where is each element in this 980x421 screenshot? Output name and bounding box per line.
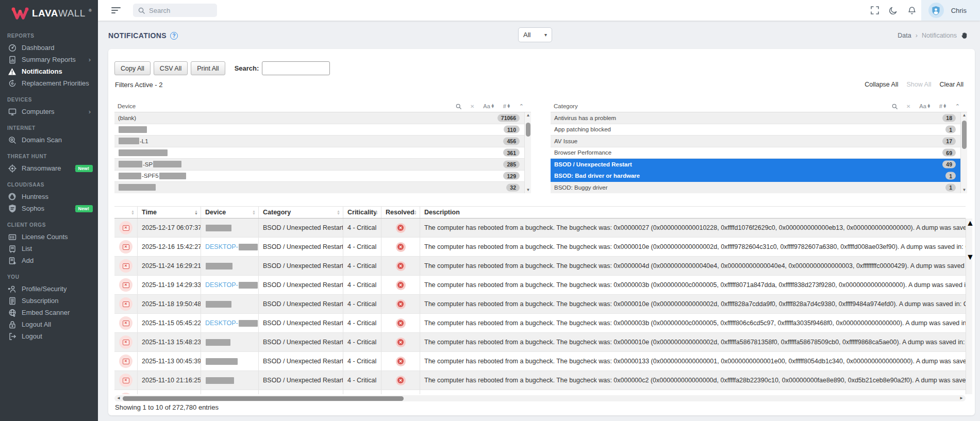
profile-icon — [8, 284, 16, 293]
panel-sort-count-icon[interactable]: #▲▼ — [503, 103, 510, 109]
filter-option[interactable]: BSOD: Bad driver or hardware1 — [551, 171, 960, 182]
expand-row-icon[interactable]: ✕ — [119, 355, 132, 368]
panel-clear-icon[interactable]: ✕ — [470, 104, 474, 109]
device-link[interactable]: DESKTOP- — [205, 243, 238, 250]
filter-option[interactable]: Antivirus has a problem18 — [551, 112, 960, 124]
csv-all-button[interactable]: CSV All — [154, 61, 188, 75]
panel-sort-count-icon[interactable]: #▲▼ — [939, 103, 946, 109]
sidebar-item-logout[interactable]: Logout — [0, 330, 98, 342]
expand-row-icon[interactable]: ✕ — [119, 240, 132, 254]
sidebar-item-computers[interactable]: Computers› — [0, 106, 98, 117]
clear-all-link[interactable]: Clear All — [939, 81, 964, 88]
column-header-criticality[interactable]: Criticality▲▼ — [343, 207, 381, 218]
drag-hand-icon[interactable] — [961, 31, 968, 39]
expand-row-icon[interactable]: ✕ — [119, 335, 132, 349]
panel-collapse-icon[interactable]: ⌃ — [955, 103, 960, 110]
table-vertical-scrollbar[interactable]: ▲ ▼ — [966, 218, 972, 394]
copy-all-button[interactable]: Copy All — [114, 61, 151, 75]
sort-arrows-icon: ▲▼ — [337, 210, 340, 215]
panel-sort-alpha-icon[interactable]: Aa▲▼ — [483, 103, 494, 109]
sidebar-item-subscription[interactable]: Subscription — [0, 295, 98, 307]
device-link[interactable]: DESKTOP- — [205, 281, 238, 289]
panel-search-icon[interactable] — [456, 104, 461, 109]
panel-collapse-icon[interactable]: ⌃ — [519, 103, 524, 110]
filter-option[interactable]: BSOD / Unexpected Restart49 — [551, 159, 960, 171]
sidebar-item-huntress[interactable]: Huntress — [0, 191, 98, 203]
panel-clear-icon[interactable]: ✕ — [906, 104, 910, 109]
panel-scrollbar[interactable]: ▲ ▼ — [960, 112, 967, 193]
fullscreen-icon[interactable] — [866, 0, 884, 21]
collapse-all-link[interactable]: Collapse All — [865, 81, 898, 88]
scroll-up-arrow[interactable]: ▲ — [525, 112, 531, 119]
filter-option[interactable]: App patching blocked1 — [551, 124, 960, 136]
scrollbar-thumb[interactable] — [962, 121, 967, 149]
scrollbar-thumb[interactable] — [526, 123, 530, 137]
print-all-button[interactable]: Print All — [191, 61, 225, 75]
sidebar-item-ransomware[interactable]: RansomwareNew! — [0, 162, 98, 174]
sidebar-item-notifications[interactable]: Notifications — [0, 65, 98, 77]
panel-sort-alpha-icon[interactable]: Aa▲▼ — [919, 103, 930, 109]
expand-row-icon[interactable]: ✕ — [119, 374, 132, 387]
filter-option[interactable]: AV Issue17 — [551, 136, 960, 147]
scrollbar-thumb[interactable] — [966, 228, 972, 252]
sidebar-item-replacement-priorities[interactable]: Replacement Priorities — [0, 77, 98, 89]
cell-description: The computer has rebooted from a bugchec… — [420, 371, 966, 390]
filter-option[interactable]: -SP285 — [114, 159, 524, 171]
scroll-down-arrow[interactable]: ▼ — [966, 252, 972, 262]
device-link[interactable]: DESKTOP- — [205, 319, 238, 327]
sidebar-item-dashboard[interactable]: Dashboard — [0, 42, 98, 54]
global-search[interactable] — [133, 4, 217, 17]
breadcrumb-data[interactable]: Data — [898, 32, 911, 39]
sidebar-item-logout-all[interactable]: Logout All — [0, 318, 98, 330]
scroll-down-arrow[interactable]: ▼ — [961, 187, 967, 193]
column-header-expand[interactable]: ▲▼ — [114, 207, 138, 218]
panel-scrollbar[interactable]: ▲ ▼ — [524, 112, 531, 193]
filter-option[interactable]: Browser Performance69 — [551, 147, 960, 159]
sidebar-item-sophos[interactable]: SophosNew! — [0, 203, 98, 214]
sidebar-item-add[interactable]: Add — [0, 255, 98, 266]
filter-option[interactable]: 361 — [114, 147, 524, 159]
dark-mode-icon[interactable] — [884, 0, 903, 21]
sidebar-item-profile-security[interactable]: Profile/Security — [0, 283, 98, 295]
global-search-input[interactable] — [149, 7, 206, 14]
scroll-right-arrow[interactable]: ► — [958, 395, 965, 401]
expand-row-icon[interactable]: ✕ — [119, 259, 132, 273]
column-header-resolved[interactable]: Resolved▲▼ — [381, 207, 420, 218]
filter-option[interactable]: 32 — [114, 182, 524, 193]
expand-row-icon[interactable]: ✕ — [119, 278, 132, 292]
sort-arrows-icon: ▲▼ — [252, 210, 256, 215]
column-header-device[interactable]: Device▲▼ — [201, 207, 259, 218]
notifications-bell-icon[interactable] — [903, 0, 921, 21]
expand-row-icon[interactable]: ✕ — [119, 297, 132, 311]
scroll-left-arrow[interactable]: ◄ — [115, 395, 122, 401]
filter-option[interactable]: 110 — [114, 124, 524, 136]
user-menu[interactable]: Chris — [921, 0, 980, 21]
help-icon[interactable]: ? — [170, 32, 178, 40]
sidebar-item-embed-scanner[interactable]: Embed Scanner — [0, 307, 98, 318]
hscrollbar-thumb[interactable] — [123, 396, 404, 401]
show-all-link[interactable]: Show All — [907, 81, 932, 88]
panel-search-icon[interactable] — [892, 104, 898, 109]
scroll-down-arrow[interactable]: ▼ — [525, 187, 531, 193]
filter-option[interactable]: (blank)71066 — [114, 112, 524, 124]
scroll-up-arrow[interactable]: ▲ — [966, 218, 972, 228]
filter-option[interactable]: BSOD: Buggy driver1 — [551, 182, 960, 193]
sidebar-item-list[interactable]: List — [0, 243, 98, 255]
table-horizontal-scrollbar[interactable]: ◄ ► — [114, 395, 966, 401]
filter-option[interactable]: -L1456 — [114, 136, 524, 147]
sidebar-item-license-counts[interactable]: License Counts — [0, 231, 98, 243]
sidebar-item-summary-reports[interactable]: Summary Reports› — [0, 54, 98, 65]
menu-toggle-icon[interactable] — [111, 6, 122, 15]
notification-filter-select[interactable]: All▾ — [518, 27, 552, 42]
column-header-category[interactable]: Category▲▼ — [259, 207, 343, 218]
filter-option[interactable]: -SPF5129 — [114, 171, 524, 182]
expand-row-icon[interactable]: ✕ — [119, 221, 132, 234]
app-logo[interactable]: LAVAWALL ® — [0, 0, 98, 25]
scroll-up-arrow[interactable]: ▲ — [961, 112, 967, 119]
column-header-time[interactable]: Time▲▼ — [138, 207, 201, 218]
expand-row-icon[interactable]: ✕ — [119, 393, 132, 394]
expand-row-icon[interactable]: ✕ — [119, 316, 132, 330]
sidebar-item-label: License Counts — [22, 233, 68, 241]
sidebar-item-domain-scan[interactable]: Domain Scan — [0, 134, 98, 146]
table-search-input[interactable] — [262, 61, 330, 75]
